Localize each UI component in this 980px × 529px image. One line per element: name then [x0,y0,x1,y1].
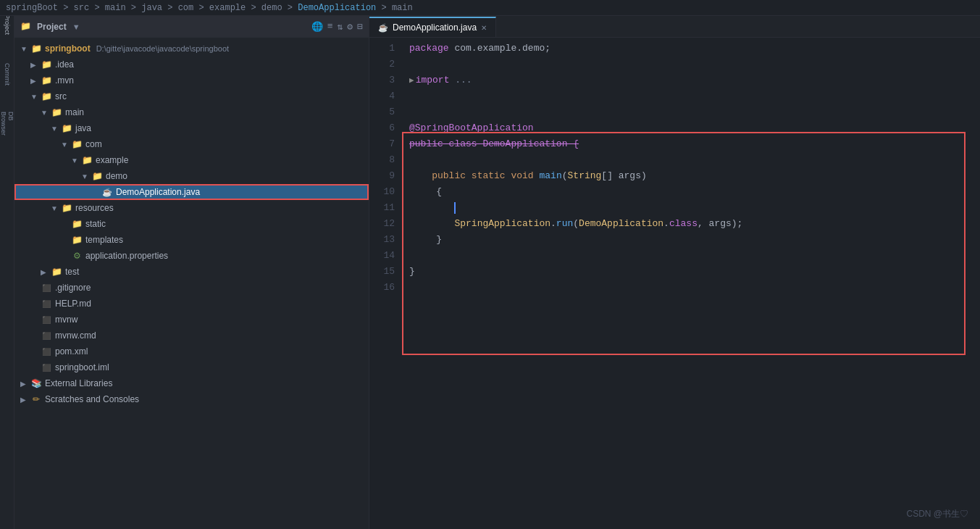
tree-label-demo: demo [106,171,127,181]
folder-icon-resources: 📁 [61,202,72,214]
commit-icon[interactable]: Commit [1,68,13,80]
code-line-9: public static void main(String[] args) [409,168,980,184]
tree-item-resources[interactable]: ▼ 📁 resources [14,200,369,216]
tree-item-external-libs[interactable]: ▶ 📚 External Libraries [14,375,369,391]
folder-icon-main: 📁 [51,107,62,118]
side-icon-bar: Project Commit DB Browser [0,16,14,529]
tree-label-example: example [96,155,128,165]
tree-item-test[interactable]: ▶ 📁 test [14,264,369,280]
code-line-6: @SpringBootApplication [409,120,980,136]
arrow-resources: ▼ [51,204,61,212]
arrow-main: ▼ [41,109,51,117]
iml-icon: ⬛ [41,362,52,373]
tree-item-mvnwcmd[interactable]: ⬛ mvnw.cmd [14,328,369,343]
sort-icon[interactable]: ⇅ [338,21,343,33]
tree-label-src: src [55,91,67,101]
arrow-src: ▼ [30,93,41,101]
tree-label-mvn: .mvn [55,75,74,86]
arrow-test: ▶ [41,268,51,276]
watermark: CSDN @书生♡ [906,508,968,520]
pomxml-icon: ⬛ [41,346,52,357]
properties-icon: ⚙ [71,250,83,262]
arrow-example: ▼ [71,157,81,164]
folder-icon-example: 📁 [81,154,93,166]
code-line-14 [409,248,980,264]
tree-item-main[interactable]: ▼ 📁 main [14,104,369,120]
settings-icon[interactable]: ⊟ [357,21,363,33]
code-line-4 [409,88,980,104]
tree-label-gitignore: .gitignore [55,283,91,293]
tree-label-app-props: application.properties [85,251,168,261]
folder-icon-springboot: 📁 [30,43,42,54]
code-line-3: ▶import ... [409,72,980,88]
tree-label-templates: templates [85,235,123,245]
code-line-13: ◁ } [409,232,980,248]
arrow-mvn: ▶ [30,77,41,85]
project-path: ▼ [72,22,80,31]
tree-item-helpmd[interactable]: ⬛ HELP.md [14,296,369,312]
tree-item-springboot[interactable]: ▼ 📁 springboot D:\gitte\javacode\javacod… [14,41,369,57]
code-editor[interactable]: 1 2 3 4 5 6 7 8 9 10 11 12 13 14 15 16 [369,38,980,529]
tree-item-mvn[interactable]: ▶ 📁 .mvn [14,72,369,88]
tree-label-main: main [65,107,84,117]
code-line-11 [409,200,980,216]
code-line-2 [409,57,980,72]
line-numbers: 1 2 3 4 5 6 7 8 9 10 11 12 13 14 15 16 [369,38,402,529]
list-icon[interactable]: ≡ [327,21,333,33]
tree-item-springbootiml[interactable]: ⬛ springboot.iml [14,359,369,375]
folder-icon-idea: 📁 [41,59,52,70]
tree-label-idea: .idea [55,59,74,70]
db-browser-icon[interactable]: DB Browser [1,117,13,129]
header-icons: 🌐 ≡ ⇅ ⚙ ⊟ [311,21,363,33]
git-icon: ⬛ [41,282,52,293]
folder-icon-com: 📁 [71,138,83,150]
folder-icon-demo: 📁 [91,170,103,182]
project-icon[interactable]: Project [1,19,13,30]
mvnw-icon: ⬛ [41,314,52,325]
tree-label-iml: springboot.iml [55,362,109,372]
tree-item-example[interactable]: ▼ 📁 example [14,152,369,168]
code-content[interactable]: package com.example.demo; ▶import ... @S… [402,38,980,529]
tree-item-scratches[interactable]: ▶ ✏ Scratches and Consoles [14,391,369,407]
editor-tab-demoapplication[interactable]: ☕ DemoApplication.java ✕ [369,17,496,37]
scratches-icon: ✏ [30,393,42,405]
tab-close-button[interactable]: ✕ [481,24,487,32]
tree-item-java[interactable]: ▼ 📁 java [14,120,369,136]
tree-item-idea[interactable]: ▶ 📁 .idea [14,57,369,72]
breadcrumb: springBoot > src > main > java > com > e… [6,3,413,13]
code-line-16 [409,280,980,296]
arrow-external-libs: ▶ [20,380,30,388]
project-panel: 📁 Project ▼ 🌐 ≡ ⇅ ⚙ ⊟ ▼ 📁 springboot D:\… [14,16,369,529]
project-title: Project [37,22,67,32]
breadcrumb-bar: springBoot > src > main > java > com > e… [0,0,980,16]
tree-item-src[interactable]: ▼ 📁 src [14,88,369,104]
tab-java-icon: ☕ [378,23,388,33]
tree-item-application-properties[interactable]: ⚙ application.properties [14,248,369,264]
tree-item-mvnw[interactable]: ⬛ mvnw [14,312,369,328]
folder-icon-src: 📁 [41,91,52,102]
tree-item-pomxml[interactable]: ⬛ pom.xml [14,343,369,359]
project-tree: ▼ 📁 springboot D:\gitte\javacode\javacod… [14,38,369,529]
arrow-demo: ▼ [81,172,91,180]
globe-icon[interactable]: 🌐 [311,21,323,33]
tree-label-test: test [65,267,79,277]
arrow-springboot: ▼ [20,45,30,53]
folder-icon-static: 📁 [71,218,83,230]
tree-label-external-libs: External Libraries [45,378,112,388]
tree-item-com[interactable]: ▼ 📁 com [14,136,369,152]
gear-icon[interactable]: ⚙ [347,21,353,33]
md-icon: ⬛ [41,298,52,309]
tree-label-scratches: Scratches and Consoles [45,394,139,404]
tree-item-gitignore[interactable]: ⬛ .gitignore [14,280,369,296]
tree-item-demo[interactable]: ▼ 📁 demo [14,168,369,184]
tree-item-templates[interactable]: 📁 templates [14,232,369,248]
tree-item-demoapplication[interactable]: ☕ DemoApplication.java [14,184,369,200]
tree-label-com: com [85,139,102,149]
project-path-label: D:\gitte\javacode\javacode\springboot [96,44,229,53]
folder-icon-java: 📁 [61,122,72,134]
tree-label-mvnwcmd: mvnw.cmd [55,330,96,341]
tree-item-static[interactable]: 📁 static [14,216,369,232]
code-line-1: package com.example.demo; [409,41,980,57]
text-cursor [454,202,456,214]
editor-tabs: ☕ DemoApplication.java ✕ [369,16,980,38]
